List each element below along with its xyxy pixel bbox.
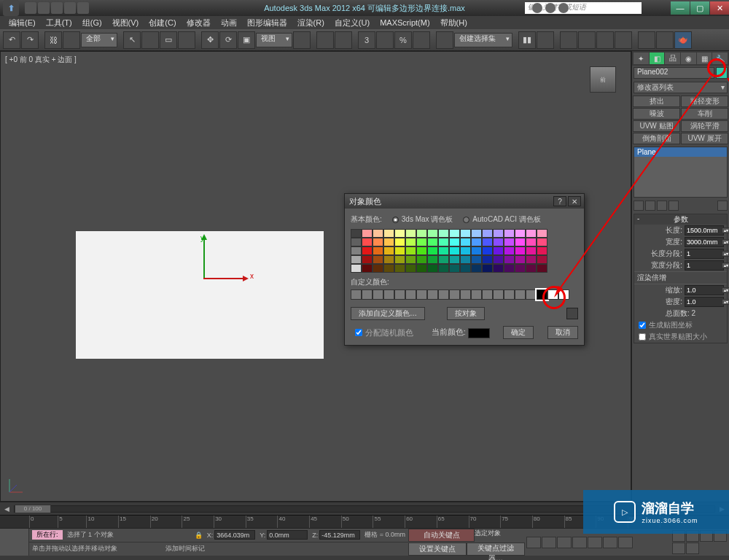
- color-swatch[interactable]: [351, 264, 362, 273]
- menu-help[interactable]: 帮助(H): [436, 18, 472, 28]
- rollout-header[interactable]: 参数: [634, 214, 727, 225]
- color-swatch[interactable]: [394, 229, 405, 238]
- menu-rendering[interactable]: 渲染(R): [293, 18, 329, 28]
- custom-swatch[interactable]: [449, 289, 460, 300]
- color-swatch[interactable]: [537, 255, 547, 264]
- custom-swatch[interactable]: [427, 289, 438, 300]
- mod-pathdeform-button[interactable]: 路径变形: [681, 96, 728, 107]
- spinner-snap-icon[interactable]: [413, 31, 430, 49]
- percent-snap-icon[interactable]: %: [394, 31, 412, 49]
- color-swatch[interactable]: [383, 238, 394, 246]
- gen-coords-checkbox[interactable]: [639, 322, 646, 329]
- z-coord-input[interactable]: [319, 530, 360, 540]
- custom-swatch[interactable]: [537, 289, 547, 300]
- configure-sets-icon[interactable]: [717, 201, 728, 211]
- color-swatch[interactable]: [449, 264, 460, 273]
- snap-toggle-icon[interactable]: 3: [358, 31, 375, 49]
- unlink-icon[interactable]: [63, 31, 80, 49]
- color-swatch[interactable]: [449, 238, 460, 246]
- undo-icon[interactable]: ↶: [3, 31, 20, 49]
- color-swatch[interactable]: [362, 255, 373, 264]
- manipulate-icon[interactable]: [316, 31, 334, 49]
- modify-tab-icon[interactable]: ◧: [650, 52, 665, 64]
- color-swatch[interactable]: [373, 264, 383, 273]
- transform-gizmo[interactable]: y x: [174, 236, 262, 301]
- qat-open-icon[interactable]: [38, 2, 50, 14]
- color-swatch[interactable]: [471, 246, 482, 255]
- qat-undo-icon[interactable]: [64, 2, 76, 14]
- named-selset-combo[interactable]: 创建选择集: [454, 33, 512, 47]
- assign-random-checkbox[interactable]: [355, 329, 362, 336]
- menu-group[interactable]: 组(G): [78, 18, 106, 28]
- color-swatch[interactable]: [427, 229, 438, 238]
- radio-3dsmax-palette[interactable]: 3ds Max 调色板: [392, 214, 453, 225]
- pivot-icon[interactable]: [293, 31, 311, 49]
- rendered-frame-icon[interactable]: [656, 31, 674, 49]
- color-swatch[interactable]: [515, 264, 526, 273]
- color-swatch[interactable]: [504, 264, 515, 273]
- maximize-viewport-icon[interactable]: [686, 542, 699, 554]
- select-name-icon[interactable]: [141, 31, 159, 49]
- dialog-help-button[interactable]: ?: [553, 196, 566, 206]
- show-end-result-icon[interactable]: [645, 201, 655, 211]
- cancel-button[interactable]: 取消: [547, 326, 578, 339]
- color-swatch[interactable]: [526, 246, 537, 255]
- color-swatch[interactable]: [373, 238, 383, 246]
- color-swatch[interactable]: [405, 264, 416, 273]
- keyboard-shortcut-icon[interactable]: [335, 31, 352, 49]
- color-swatch[interactable]: [493, 264, 504, 273]
- color-swatch[interactable]: [416, 246, 427, 255]
- menu-create[interactable]: 创建(C): [144, 18, 180, 28]
- object-name-input[interactable]: Plane002: [634, 67, 714, 79]
- custom-swatch[interactable]: [438, 289, 449, 300]
- color-swatch[interactable]: [482, 238, 493, 246]
- angle-snap-icon[interactable]: [376, 31, 394, 49]
- next-frame-icon[interactable]: [572, 537, 587, 548]
- menu-graph-editors[interactable]: 图形编辑器: [243, 18, 292, 28]
- color-swatch[interactable]: [383, 229, 394, 238]
- color-swatch[interactable]: [416, 238, 427, 246]
- utilities-tab-icon[interactable]: 🔧: [712, 52, 728, 64]
- y-coord-input[interactable]: [267, 530, 308, 540]
- color-swatch[interactable]: [493, 229, 504, 238]
- color-swatch[interactable]: [504, 229, 515, 238]
- maximize-button[interactable]: ▢: [690, 1, 709, 15]
- axis-y-icon[interactable]: [203, 236, 205, 279]
- color-swatch[interactable]: [482, 229, 493, 238]
- render-setup-icon[interactable]: [638, 31, 655, 49]
- color-swatch[interactable]: [416, 264, 427, 273]
- curve-editor-icon[interactable]: [578, 31, 596, 49]
- select-rect-icon[interactable]: ▭: [160, 31, 177, 49]
- link-icon[interactable]: ⛓: [44, 31, 62, 49]
- status-left-tools[interactable]: [0, 529, 29, 556]
- color-swatch[interactable]: [362, 229, 373, 238]
- color-swatch[interactable]: [537, 238, 547, 246]
- dialog-close-button[interactable]: ✕: [568, 196, 581, 206]
- color-swatch[interactable]: [515, 238, 526, 246]
- color-swatch[interactable]: [416, 229, 427, 238]
- color-swatch[interactable]: [515, 246, 526, 255]
- mod-extrude-button[interactable]: 挤出: [633, 96, 680, 107]
- play-icon[interactable]: [557, 537, 572, 548]
- keyfilter-button[interactable]: 关键点过滤器…: [467, 542, 525, 556]
- color-swatch[interactable]: [471, 229, 482, 238]
- color-swatch[interactable]: [482, 264, 493, 273]
- color-swatch[interactable]: [504, 255, 515, 264]
- color-swatch[interactable]: [460, 246, 471, 255]
- color-swatch[interactable]: [351, 246, 362, 255]
- make-unique-icon[interactable]: [657, 201, 667, 211]
- selection-filter-combo[interactable]: 全部: [81, 33, 117, 47]
- motion-tab-icon[interactable]: ◉: [681, 52, 696, 64]
- custom-swatch[interactable]: [471, 289, 482, 300]
- color-swatch[interactable]: [438, 246, 449, 255]
- color-swatch[interactable]: [362, 264, 373, 273]
- color-swatch[interactable]: [460, 264, 471, 273]
- app-icon[interactable]: ⬆: [3, 0, 19, 16]
- color-swatch[interactable]: [405, 238, 416, 246]
- custom-swatch[interactable]: [394, 289, 405, 300]
- color-swatch[interactable]: [438, 238, 449, 246]
- mod-uvwmap-button[interactable]: UVW 贴图: [633, 120, 680, 132]
- color-swatch[interactable]: [449, 229, 460, 238]
- scale-spinner[interactable]: 1.0: [685, 285, 724, 295]
- display-tab-icon[interactable]: ▦: [697, 52, 712, 64]
